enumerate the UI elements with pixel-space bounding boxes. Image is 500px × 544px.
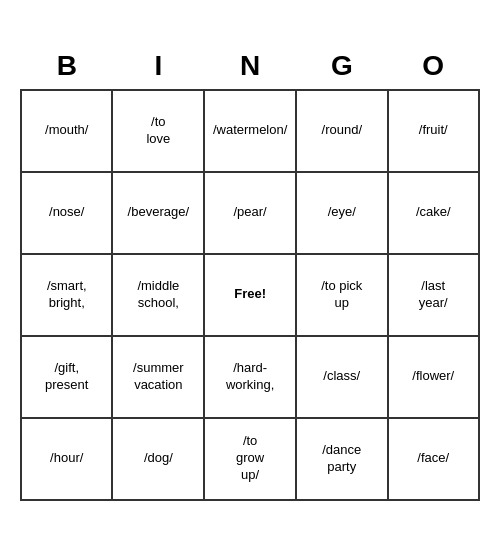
cell-r1-c4: /cake/ xyxy=(388,172,480,254)
cell-r2-c2: Free! xyxy=(204,254,296,336)
bingo-card: B I N G O /mouth//to love/watermelon//ro… xyxy=(20,44,480,501)
cell-r1-c3: /eye/ xyxy=(296,172,387,254)
cell-r1-c1: /beverage/ xyxy=(112,172,204,254)
cell-r4-c2: /to grow up/ xyxy=(204,418,296,500)
cell-r4-c1: /dog/ xyxy=(112,418,204,500)
header-b: B xyxy=(21,44,112,90)
cell-r3-c1: /summer vacation xyxy=(112,336,204,418)
cell-r3-c3: /class/ xyxy=(296,336,387,418)
cell-r4-c0: /hour/ xyxy=(21,418,112,500)
cell-r2-c0: /smart, bright, xyxy=(21,254,112,336)
cell-r0-c1: /to love xyxy=(112,90,204,172)
cell-r4-c4: /face/ xyxy=(388,418,480,500)
header-i: I xyxy=(112,44,204,90)
cell-r4-c3: /dance party xyxy=(296,418,387,500)
cell-r3-c4: /flower/ xyxy=(388,336,480,418)
cell-r1-c0: /nose/ xyxy=(21,172,112,254)
cell-r2-c3: /to pick up xyxy=(296,254,387,336)
cell-r0-c0: /mouth/ xyxy=(21,90,112,172)
cell-r0-c4: /fruit/ xyxy=(388,90,480,172)
header-g: G xyxy=(296,44,387,90)
cell-r3-c2: /hard- working, xyxy=(204,336,296,418)
cell-r0-c2: /watermelon/ xyxy=(204,90,296,172)
header-o: O xyxy=(388,44,480,90)
cell-r2-c1: /middle school, xyxy=(112,254,204,336)
cell-r3-c0: /gift, present xyxy=(21,336,112,418)
cell-r1-c2: /pear/ xyxy=(204,172,296,254)
cell-r0-c3: /round/ xyxy=(296,90,387,172)
header-n: N xyxy=(204,44,296,90)
cell-r2-c4: /last year/ xyxy=(388,254,480,336)
